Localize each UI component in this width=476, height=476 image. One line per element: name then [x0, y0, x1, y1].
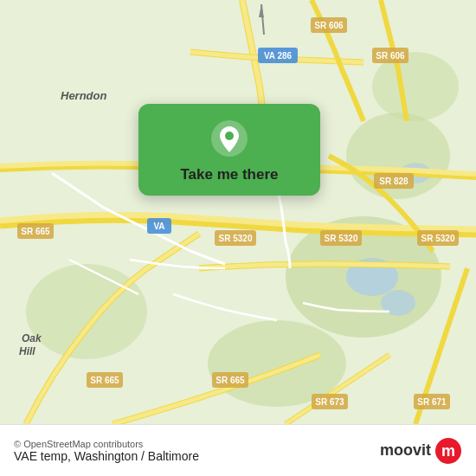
svg-rect-21 [87, 372, 123, 388]
svg-text:Hill: Hill [19, 345, 35, 357]
svg-point-3 [372, 52, 459, 121]
svg-point-5 [208, 320, 346, 407]
svg-text:SR 665: SR 665 [90, 376, 119, 385]
svg-text:SR 606: SR 606 [314, 21, 344, 30]
svg-rect-27 [320, 230, 362, 246]
svg-text:Oak: Oak [22, 332, 42, 344]
svg-text:VA: VA [153, 222, 164, 231]
svg-rect-35 [147, 218, 171, 234]
svg-rect-0 [0, 0, 476, 424]
svg-point-4 [26, 264, 147, 359]
svg-point-43 [225, 132, 234, 140]
bottom-left-info: © OpenStreetMap contributors VAE temp, W… [14, 439, 199, 463]
svg-text:SR 828: SR 828 [379, 177, 408, 186]
svg-text:SR 5320: SR 5320 [421, 234, 455, 243]
map-svg: VA 286 VA 286 SR 606 SR 606 SR 828 SR 66… [0, 0, 476, 424]
svg-line-40 [261, 4, 264, 35]
popup-card[interactable]: Take me there [138, 104, 320, 196]
svg-point-8 [400, 163, 431, 183]
svg-text:VA 286: VA 286 [264, 51, 293, 61]
map-container: VA 286 VA 286 SR 606 SR 606 SR 828 SR 66… [0, 0, 476, 424]
svg-marker-41 [259, 4, 264, 17]
svg-text:m: m [441, 442, 455, 460]
osm-credit: © OpenStreetMap contributors [14, 439, 199, 449]
bottom-bar: © OpenStreetMap contributors VAE temp, W… [0, 424, 476, 476]
svg-text:SR 665: SR 665 [215, 376, 245, 385]
svg-text:SR 606: SR 606 [376, 51, 405, 61]
svg-rect-25 [215, 230, 256, 246]
take-me-there-button[interactable]: Take me there [180, 166, 278, 183]
svg-text:SR 5320: SR 5320 [219, 234, 253, 243]
svg-rect-19 [17, 223, 54, 239]
svg-rect-31 [312, 394, 348, 409]
svg-text:SR 665: SR 665 [21, 227, 50, 236]
svg-text:Herndon: Herndon [61, 89, 107, 102]
moovit-text: moovit [380, 441, 431, 460]
svg-rect-13 [311, 17, 347, 33]
svg-point-2 [346, 113, 450, 199]
svg-point-6 [346, 258, 398, 296]
svg-rect-17 [374, 173, 414, 189]
svg-rect-29 [417, 230, 459, 246]
moovit-logo: moovit m [380, 437, 462, 465]
location-label: VAE temp, Washington / Baltimore [14, 449, 199, 463]
svg-point-7 [381, 290, 415, 316]
svg-text:SR 5320: SR 5320 [325, 234, 358, 243]
svg-rect-15 [372, 48, 408, 63]
location-pin-icon [210, 119, 248, 158]
svg-point-1 [286, 216, 441, 338]
svg-text:SR 671: SR 671 [417, 397, 447, 407]
svg-rect-9 [258, 48, 298, 63]
svg-rect-33 [414, 394, 450, 409]
svg-text:SR 673: SR 673 [315, 397, 344, 407]
svg-rect-23 [212, 372, 248, 388]
moovit-logo-icon: m [434, 437, 462, 465]
